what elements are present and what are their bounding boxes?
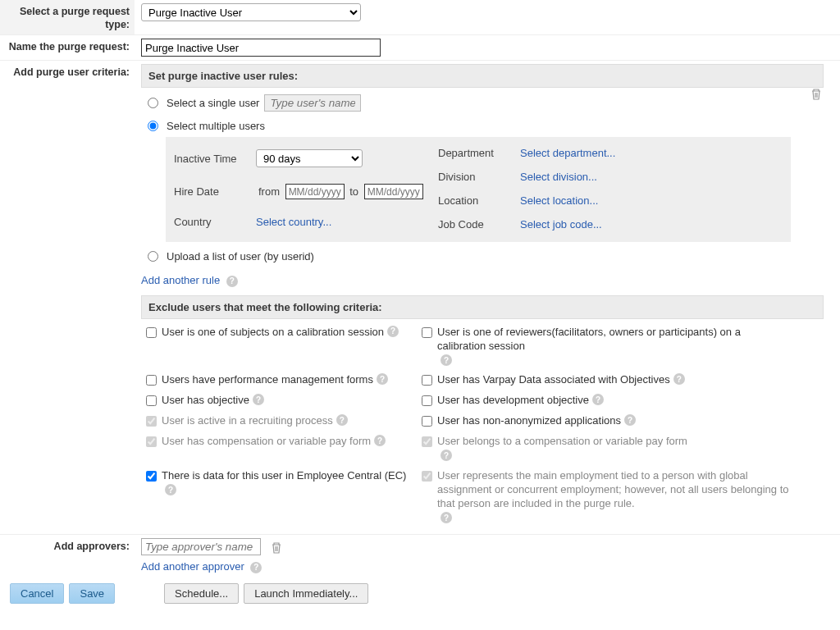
- chk-comp-form-label: User has compensation or variable pay fo…: [162, 435, 371, 449]
- chk-dev-objective-label: User has development objective: [437, 394, 589, 408]
- radio-upload-users-label: Upload a list of user (by userid): [167, 250, 314, 262]
- chk-varpay[interactable]: [422, 375, 432, 386]
- division-label: Division: [438, 171, 520, 183]
- chk-recruiting: [146, 416, 157, 427]
- country-label: Country: [174, 216, 256, 228]
- exclude-header: Exclude users that meet the following cr…: [141, 295, 824, 319]
- purge-type-select[interactable]: Purge Inactive User: [141, 3, 361, 21]
- hire-date-from-input[interactable]: [285, 184, 345, 199]
- save-button[interactable]: Save: [69, 583, 115, 604]
- approver-name-input[interactable]: [141, 538, 261, 555]
- help-icon: ?: [624, 414, 636, 426]
- exclude-grid: User is one of subjects on a calibration…: [146, 326, 791, 525]
- hire-date-label: Hire Date: [174, 185, 256, 198]
- chk-perf-forms-label: Users have performance management forms: [162, 373, 373, 387]
- radio-multiple-users[interactable]: Select multiple users: [148, 120, 817, 132]
- jobcode-label: Job Code: [438, 218, 520, 231]
- add-another-rule-link[interactable]: Add another rule: [141, 274, 220, 286]
- help-icon: ?: [165, 484, 176, 495]
- chk-calibration-subject[interactable]: [146, 327, 157, 338]
- help-icon: ?: [253, 394, 264, 405]
- help-icon: ?: [387, 326, 399, 337]
- inactive-time-label: Inactive Time: [174, 153, 256, 165]
- criteria-panel: Inactive Time 90 days Hire Date from to …: [166, 137, 791, 242]
- help-icon: ?: [592, 394, 604, 405]
- chk-calibration-reviewer[interactable]: [422, 327, 432, 338]
- radio-multiple-users-label: Select multiple users: [167, 120, 265, 132]
- help-icon: ?: [336, 414, 348, 426]
- schedule-button[interactable]: Schedule...: [164, 583, 239, 604]
- radio-single-user-label: Select a single user: [167, 97, 259, 109]
- chk-calibration-subject-label: User is one of subjects on a calibration…: [162, 326, 384, 340]
- row-name-request: Name the purge request:: [0, 35, 840, 61]
- chk-objective[interactable]: [146, 395, 157, 406]
- chk-main-employment-label: User represents the main employment tied…: [437, 469, 789, 509]
- from-label: from: [258, 185, 280, 198]
- chk-non-anon-apps-label: User has non-anonymized applications: [437, 414, 621, 428]
- location-label: Location: [438, 194, 520, 207]
- help-icon: ?: [441, 512, 452, 523]
- radio-single-user-input[interactable]: [148, 98, 158, 108]
- row-criteria: Add purge user criteria: Set purge inact…: [0, 61, 840, 534]
- launch-button[interactable]: Launch Immediately...: [244, 583, 368, 604]
- rules-header: Set purge inactive user rules:: [141, 64, 824, 88]
- to-label: to: [349, 185, 358, 198]
- chk-perf-forms[interactable]: [146, 375, 157, 386]
- radio-multiple-users-input[interactable]: [148, 121, 158, 131]
- button-bar: Cancel Save Schedule... Launch Immediate…: [0, 577, 840, 604]
- chk-objective-label: User has objective: [162, 394, 249, 408]
- single-user-name-input[interactable]: [264, 94, 361, 112]
- select-country-link[interactable]: Select country...: [256, 216, 331, 228]
- help-icon: ?: [226, 276, 238, 287]
- chk-non-anon-apps[interactable]: [422, 416, 432, 427]
- chk-belongs-comp-form-label: User belongs to a compensation or variab…: [437, 435, 687, 447]
- select-location-link[interactable]: Select location...: [520, 194, 598, 207]
- chk-recruiting-label: User is active in a recruiting process: [162, 414, 333, 428]
- hire-date-to-input[interactable]: [364, 184, 423, 199]
- help-icon: ?: [673, 373, 685, 385]
- help-icon: ?: [374, 435, 386, 446]
- select-jobcode-link[interactable]: Select job code...: [520, 218, 602, 231]
- delete-approver-icon[interactable]: [271, 541, 282, 553]
- chk-calibration-reviewer-label: User is one of reviewers(facilitators, o…: [437, 326, 741, 352]
- delete-rule-icon[interactable]: [810, 87, 822, 101]
- select-division-link[interactable]: Select division...: [520, 171, 597, 183]
- chk-varpay-label: User has Varpay Data associated with Obj…: [437, 373, 670, 387]
- add-another-approver-link[interactable]: Add another approver: [141, 560, 244, 573]
- help-icon: ?: [377, 373, 388, 385]
- chk-dev-objective[interactable]: [422, 395, 432, 406]
- select-department-link[interactable]: Select department...: [520, 147, 615, 159]
- chk-comp-form: [146, 436, 157, 447]
- radio-upload-users[interactable]: Upload a list of user (by userid): [148, 250, 817, 262]
- request-name-input[interactable]: [141, 39, 381, 57]
- chk-ec-data-label: There is data for this user in Employee …: [162, 469, 406, 482]
- inactive-time-select[interactable]: 90 days: [256, 149, 363, 167]
- help-icon: ?: [441, 450, 452, 461]
- row-purge-type: Select a purge request type: Purge Inact…: [0, 0, 840, 35]
- chk-ec-data[interactable]: [146, 471, 157, 482]
- help-icon: ?: [441, 354, 452, 366]
- label-name-request: Name the purge request:: [0, 35, 135, 60]
- chk-main-employment: [422, 471, 432, 482]
- department-label: Department: [438, 147, 520, 159]
- label-purge-type: Select a purge request type:: [0, 0, 135, 34]
- radio-upload-users-input[interactable]: [148, 251, 158, 262]
- row-approvers: Add approvers: Add another approver ?: [0, 534, 840, 577]
- help-icon: ?: [250, 562, 262, 573]
- chk-belongs-comp-form: [422, 436, 432, 447]
- label-add-approvers: Add approvers:: [0, 535, 135, 577]
- label-add-criteria: Add purge user criteria:: [0, 61, 135, 534]
- cancel-button[interactable]: Cancel: [10, 583, 64, 604]
- radio-single-user[interactable]: Select a single user: [148, 94, 817, 112]
